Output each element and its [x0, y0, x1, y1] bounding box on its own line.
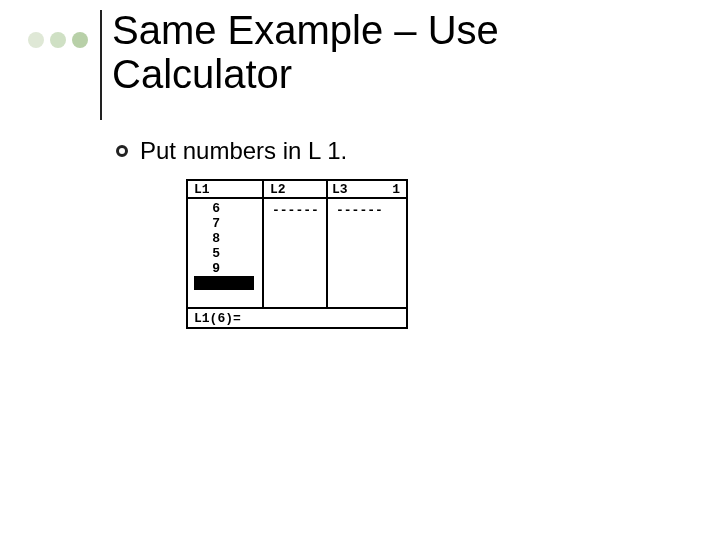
slide-accent-dots — [28, 32, 88, 48]
dot-icon — [50, 32, 66, 48]
list-header-row: L1 L2 L3 1 — [188, 181, 406, 199]
header-l1: L1 — [194, 182, 210, 197]
cursor-highlight — [194, 276, 254, 290]
status-line: L1(6)= — [188, 307, 406, 327]
l1-cell: 8 — [188, 231, 220, 246]
l1-cell: 6 — [188, 201, 220, 216]
header-l3: L3 — [332, 182, 348, 197]
bullet-item: Put numbers in L 1. — [116, 137, 347, 165]
l1-column: 6 7 8 5 9 — [188, 201, 262, 276]
title-divider — [100, 10, 102, 120]
column-divider — [262, 181, 264, 307]
dot-icon — [28, 32, 44, 48]
l2-placeholder: ------ — [272, 203, 319, 218]
list-body: 6 7 8 5 9 ------ ------ — [188, 199, 406, 307]
header-l2: L2 — [270, 182, 286, 197]
column-divider — [326, 181, 328, 307]
dot-icon — [72, 32, 88, 48]
calculator-screen: L1 L2 L3 1 6 7 8 5 9 ------ ------ L1(6)… — [186, 179, 408, 329]
l1-cell: 5 — [188, 246, 220, 261]
l3-placeholder: ------ — [336, 203, 383, 218]
bullet-ring-icon — [116, 145, 128, 157]
slide-title: Same Example – Use Calculator — [112, 8, 632, 96]
l1-cell: 9 — [188, 261, 220, 276]
l1-cell: 7 — [188, 216, 220, 231]
header-listnum: 1 — [392, 182, 400, 197]
bullet-text: Put numbers in L 1. — [140, 137, 347, 165]
